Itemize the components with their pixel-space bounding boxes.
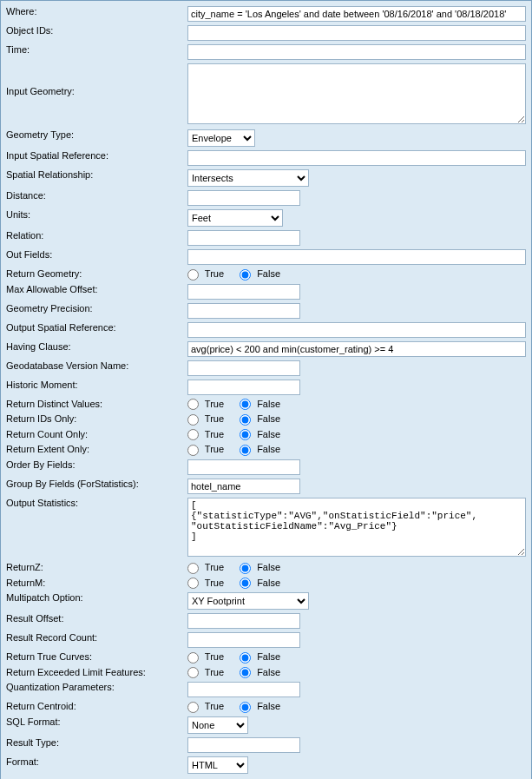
return-count-radio-true-option[interactable]: True [187, 429, 224, 441]
return-count-radio-false-radio[interactable] [240, 429, 251, 440]
returnm-radio-false-radio[interactable] [240, 578, 251, 589]
return-distinct-radio-false-radio[interactable] [240, 399, 251, 410]
return-extent-radio-false-radio[interactable] [240, 445, 251, 456]
max-offset-input[interactable] [187, 284, 300, 300]
return-extent-radio-true-radio[interactable] [187, 445, 199, 456]
result-offset-label: Result Offset: [4, 611, 186, 630]
orderby-input[interactable] [187, 459, 300, 475]
return-count-label: Return Count Only: [4, 427, 186, 443]
input-geometry-textarea[interactable] [187, 63, 526, 124]
objectids-label: Object IDs: [4, 23, 186, 43]
return-ids-radio-false-option[interactable]: False [240, 413, 280, 426]
returnz-radio-true-option[interactable]: True [187, 562, 224, 574]
units-select[interactable]: Feet [187, 209, 283, 227]
return-truecurves-radio-false-radio[interactable] [240, 652, 251, 663]
return-geometry-radio-true-radio[interactable] [187, 269, 199, 281]
return-centroid-radio: True False [187, 701, 292, 713]
input-geometry-label: Input Geometry: [4, 62, 186, 128]
spatial-rel-select[interactable]: Intersects [187, 169, 309, 187]
output-sr-input[interactable] [187, 322, 526, 338]
output-sr-label: Output Spatial Reference: [4, 320, 186, 340]
sqlformat-label: SQL Format: [4, 715, 186, 736]
input-sr-label: Input Spatial Reference: [4, 149, 186, 168]
returnz-radio-true-radio[interactable] [187, 563, 199, 574]
relation-input[interactable] [187, 230, 300, 246]
having-input[interactable] [187, 341, 526, 357]
return-ids-radio-true-option[interactable]: True [187, 413, 224, 426]
having-label: Having Clause: [4, 340, 186, 359]
return-exceeded-radio-true-option[interactable]: True [187, 667, 224, 679]
returnz-radio-false-radio[interactable] [240, 563, 251, 574]
sqlformat-select[interactable]: None [187, 716, 248, 734]
distance-label: Distance: [4, 188, 186, 208]
return-exceeded-radio-false-option[interactable]: False [240, 667, 280, 679]
result-reccount-input[interactable] [187, 632, 300, 648]
return-geometry-radio-true-option[interactable]: True [187, 268, 224, 281]
return-geometry-radio-false-radio[interactable] [240, 269, 251, 281]
orderby-label: Order By Fields: [4, 458, 186, 477]
return-truecurves-radio-false-option[interactable]: False [240, 651, 280, 663]
return-geometry-radio-false-option[interactable]: False [240, 268, 280, 281]
returnm-radio-true-radio[interactable] [187, 578, 199, 589]
geom-precision-label: Geometry Precision: [4, 301, 186, 320]
return-truecurves-radio: True False [187, 651, 292, 663]
returnz-label: ReturnZ: [4, 560, 186, 576]
units-label: Units: [4, 208, 186, 228]
resulttype-input[interactable] [187, 737, 300, 753]
outstats-textarea[interactable] [187, 498, 526, 557]
relation-label: Relation: [4, 228, 186, 248]
gdbversion-input[interactable] [187, 360, 300, 376]
return-count-radio-true-radio[interactable] [187, 429, 199, 440]
returnm-radio: True False [187, 578, 292, 590]
distance-input[interactable] [187, 190, 300, 206]
returnm-label: ReturnM: [4, 576, 186, 591]
time-input[interactable] [187, 44, 526, 60]
resulttype-label: Result Type: [4, 736, 186, 755]
return-exceeded-radio: True False [187, 667, 292, 679]
geometry-type-select[interactable]: Envelope [187, 129, 255, 147]
format-select[interactable]: HTML [187, 756, 248, 774]
return-count-radio-false-option[interactable]: False [240, 429, 280, 441]
return-truecurves-radio-true-radio[interactable] [187, 652, 199, 663]
return-ids-label: Return IDs Only: [4, 412, 186, 427]
multipatch-select[interactable]: XY Footprint [187, 592, 309, 610]
historic-moment-input[interactable] [187, 380, 300, 395]
geometry-type-label: Geometry Type: [4, 128, 186, 149]
return-exceeded-radio-true-radio[interactable] [187, 667, 199, 678]
return-truecurves-radio-true-option[interactable]: True [187, 651, 224, 663]
groupby-label: Group By Fields (ForStatistics): [4, 477, 186, 496]
return-extent-radio-true-option[interactable]: True [187, 444, 224, 456]
return-ids-radio-true-radio[interactable] [187, 414, 199, 426]
returnz-radio: True False [187, 562, 292, 574]
return-exceeded-label: Return Exceeded Limit Features: [4, 665, 186, 681]
return-centroid-radio-true-radio[interactable] [187, 702, 199, 713]
input-sr-input[interactable] [187, 150, 526, 166]
return-extent-radio-false-option[interactable]: False [240, 444, 280, 456]
return-centroid-radio-false-radio[interactable] [240, 702, 251, 713]
return-centroid-radio-false-option[interactable]: False [240, 701, 280, 713]
return-distinct-radio-true-option[interactable]: True [187, 399, 224, 411]
return-geometry-radio: True False [187, 268, 292, 281]
returnz-radio-false-option[interactable]: False [240, 562, 280, 574]
return-distinct-radio-true-radio[interactable] [187, 399, 199, 410]
returnm-radio-false-option[interactable]: False [240, 578, 280, 590]
return-ids-radio-false-radio[interactable] [240, 414, 251, 426]
form-table: Where: Object IDs: Time: Input Geometry:… [4, 4, 528, 776]
return-exceeded-radio-false-radio[interactable] [240, 667, 251, 678]
gdbversion-label: Geodatabase Version Name: [4, 359, 186, 378]
where-label: Where: [4, 4, 186, 23]
return-centroid-radio-true-option[interactable]: True [187, 701, 224, 713]
return-distinct-radio-false-option[interactable]: False [240, 399, 280, 411]
result-offset-input[interactable] [187, 613, 300, 629]
objectids-input[interactable] [187, 25, 526, 41]
historic-moment-label: Historic Moment: [4, 378, 186, 397]
where-input[interactable] [187, 6, 526, 22]
result-reccount-label: Result Record Count: [4, 630, 186, 650]
groupby-input[interactable] [187, 479, 300, 494]
returnm-radio-true-option[interactable]: True [187, 578, 224, 590]
outfields-input[interactable] [187, 249, 526, 265]
return-geometry-label: Return Geometry: [4, 267, 186, 282]
quantization-input[interactable] [187, 682, 300, 697]
return-count-radio: True False [187, 429, 292, 441]
geom-precision-input[interactable] [187, 303, 300, 319]
